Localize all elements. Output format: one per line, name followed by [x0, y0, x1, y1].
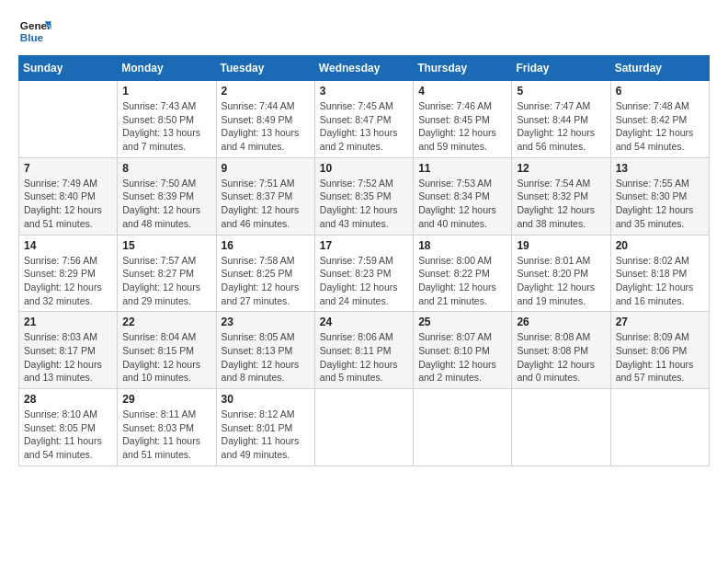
svg-text:Blue: Blue: [20, 31, 44, 43]
day-number: 28: [24, 393, 112, 406]
day-info: Sunrise: 7:47 AM Sunset: 8:44 PM Dayligh…: [517, 99, 605, 154]
day-number: 3: [320, 85, 408, 98]
page-header: General Blue: [18, 15, 710, 48]
day-number: 19: [517, 239, 605, 252]
day-info: Sunrise: 7:57 AM Sunset: 8:27 PM Dayligh…: [122, 254, 210, 308]
calendar-cell: 9Sunrise: 7:51 AM Sunset: 8:37 PM Daylig…: [216, 157, 314, 235]
weekday-header-thursday: Thursday: [414, 56, 512, 81]
calendar-cell: [314, 389, 413, 466]
day-info: Sunrise: 8:08 AM Sunset: 8:08 PM Dayligh…: [517, 330, 605, 385]
day-number: 11: [418, 162, 506, 175]
day-info: Sunrise: 8:06 AM Sunset: 8:11 PM Dayligh…: [320, 330, 408, 385]
day-info: Sunrise: 7:58 AM Sunset: 8:25 PM Dayligh…: [222, 254, 310, 308]
day-number: 21: [24, 316, 112, 328]
weekday-header-friday: Friday: [512, 56, 610, 81]
day-number: 7: [24, 162, 112, 175]
day-number: 30: [222, 393, 310, 406]
calendar-cell: 30Sunrise: 8:12 AM Sunset: 8:01 PM Dayli…: [216, 389, 314, 466]
calendar-cell: 5Sunrise: 7:47 AM Sunset: 8:44 PM Daylig…: [512, 81, 610, 158]
calendar-cell: [512, 389, 610, 466]
day-info: Sunrise: 7:46 AM Sunset: 8:45 PM Dayligh…: [418, 99, 506, 154]
calendar-cell: 17Sunrise: 7:59 AM Sunset: 8:23 PM Dayli…: [314, 235, 413, 312]
day-info: Sunrise: 7:44 AM Sunset: 8:49 PM Dayligh…: [222, 99, 310, 154]
day-info: Sunrise: 7:54 AM Sunset: 8:32 PM Dayligh…: [517, 177, 605, 231]
calendar-header-row: SundayMondayTuesdayWednesdayThursdayFrid…: [19, 56, 710, 81]
weekday-header-tuesday: Tuesday: [216, 56, 314, 81]
day-number: 2: [222, 85, 310, 98]
calendar-cell: 20Sunrise: 8:02 AM Sunset: 8:18 PM Dayli…: [610, 235, 709, 312]
day-number: 12: [517, 162, 605, 175]
calendar-cell: [414, 389, 512, 466]
calendar-cell: 19Sunrise: 8:01 AM Sunset: 8:20 PM Dayli…: [512, 235, 610, 312]
calendar-cell: [610, 389, 709, 466]
calendar-cell: 28Sunrise: 8:10 AM Sunset: 8:05 PM Dayli…: [19, 389, 118, 466]
day-number: 6: [616, 85, 704, 98]
day-number: 18: [418, 239, 506, 252]
calendar-cell: 27Sunrise: 8:09 AM Sunset: 8:06 PM Dayli…: [610, 312, 709, 389]
calendar-cell: 23Sunrise: 8:05 AM Sunset: 8:13 PM Dayli…: [216, 312, 314, 389]
calendar-cell: 11Sunrise: 7:53 AM Sunset: 8:34 PM Dayli…: [414, 157, 512, 235]
calendar-cell: 25Sunrise: 8:07 AM Sunset: 8:10 PM Dayli…: [414, 312, 512, 389]
calendar-week-row: 7Sunrise: 7:49 AM Sunset: 8:40 PM Daylig…: [19, 157, 710, 235]
day-info: Sunrise: 7:59 AM Sunset: 8:23 PM Dayligh…: [320, 254, 408, 308]
day-number: 27: [616, 316, 704, 328]
day-number: 29: [122, 393, 210, 406]
calendar-week-row: 21Sunrise: 8:03 AM Sunset: 8:17 PM Dayli…: [19, 312, 710, 389]
logo: General Blue: [18, 15, 51, 48]
day-info: Sunrise: 7:53 AM Sunset: 8:34 PM Dayligh…: [418, 177, 506, 231]
svg-text:General: General: [20, 19, 51, 31]
day-number: 23: [222, 316, 310, 328]
day-info: Sunrise: 7:45 AM Sunset: 8:47 PM Dayligh…: [320, 99, 408, 154]
calendar-cell: 14Sunrise: 7:56 AM Sunset: 8:29 PM Dayli…: [19, 235, 118, 312]
day-info: Sunrise: 7:49 AM Sunset: 8:40 PM Dayligh…: [24, 177, 112, 231]
day-number: 10: [320, 162, 408, 175]
calendar-cell: 1Sunrise: 7:43 AM Sunset: 8:50 PM Daylig…: [118, 81, 216, 158]
day-number: 13: [616, 162, 704, 175]
calendar-cell: 10Sunrise: 7:52 AM Sunset: 8:35 PM Dayli…: [314, 157, 413, 235]
calendar-cell: 18Sunrise: 8:00 AM Sunset: 8:22 PM Dayli…: [414, 235, 512, 312]
day-number: 20: [616, 239, 704, 252]
calendar-week-row: 14Sunrise: 7:56 AM Sunset: 8:29 PM Dayli…: [19, 235, 710, 312]
day-number: 25: [418, 316, 506, 328]
logo-icon: General Blue: [18, 15, 51, 48]
day-number: 17: [320, 239, 408, 252]
day-info: Sunrise: 8:11 AM Sunset: 8:03 PM Dayligh…: [122, 408, 210, 462]
weekday-header-saturday: Saturday: [610, 56, 709, 81]
day-info: Sunrise: 7:51 AM Sunset: 8:37 PM Dayligh…: [222, 177, 310, 231]
day-info: Sunrise: 7:55 AM Sunset: 8:30 PM Dayligh…: [616, 177, 704, 231]
calendar-cell: 7Sunrise: 7:49 AM Sunset: 8:40 PM Daylig…: [19, 157, 118, 235]
day-info: Sunrise: 8:05 AM Sunset: 8:13 PM Dayligh…: [222, 330, 310, 385]
day-info: Sunrise: 8:00 AM Sunset: 8:22 PM Dayligh…: [418, 254, 506, 308]
calendar-cell: 16Sunrise: 7:58 AM Sunset: 8:25 PM Dayli…: [216, 235, 314, 312]
calendar-cell: 24Sunrise: 8:06 AM Sunset: 8:11 PM Dayli…: [314, 312, 413, 389]
day-number: 16: [222, 239, 310, 252]
day-info: Sunrise: 7:50 AM Sunset: 8:39 PM Dayligh…: [122, 177, 210, 231]
calendar-table: SundayMondayTuesdayWednesdayThursdayFrid…: [18, 55, 710, 466]
day-info: Sunrise: 7:48 AM Sunset: 8:42 PM Dayligh…: [616, 99, 704, 154]
day-info: Sunrise: 8:04 AM Sunset: 8:15 PM Dayligh…: [122, 330, 210, 385]
calendar-cell: 8Sunrise: 7:50 AM Sunset: 8:39 PM Daylig…: [118, 157, 216, 235]
day-number: 4: [418, 85, 506, 98]
calendar-cell: 26Sunrise: 8:08 AM Sunset: 8:08 PM Dayli…: [512, 312, 610, 389]
weekday-header-wednesday: Wednesday: [314, 56, 413, 81]
day-number: 24: [320, 316, 408, 328]
weekday-header-sunday: Sunday: [19, 56, 118, 81]
calendar-cell: 6Sunrise: 7:48 AM Sunset: 8:42 PM Daylig…: [610, 81, 709, 158]
weekday-header-monday: Monday: [118, 56, 216, 81]
day-info: Sunrise: 8:09 AM Sunset: 8:06 PM Dayligh…: [616, 330, 704, 385]
calendar-cell: 15Sunrise: 7:57 AM Sunset: 8:27 PM Dayli…: [118, 235, 216, 312]
day-info: Sunrise: 8:02 AM Sunset: 8:18 PM Dayligh…: [616, 254, 704, 308]
day-number: 15: [122, 239, 210, 252]
day-info: Sunrise: 8:03 AM Sunset: 8:17 PM Dayligh…: [24, 330, 112, 385]
day-info: Sunrise: 8:12 AM Sunset: 8:01 PM Dayligh…: [222, 408, 310, 462]
day-number: 1: [122, 85, 210, 98]
day-number: 5: [517, 85, 605, 98]
day-number: 9: [222, 162, 310, 175]
day-number: 26: [517, 316, 605, 328]
calendar-cell: 29Sunrise: 8:11 AM Sunset: 8:03 PM Dayli…: [118, 389, 216, 466]
calendar-week-row: 1Sunrise: 7:43 AM Sunset: 8:50 PM Daylig…: [19, 81, 710, 158]
calendar-cell: 12Sunrise: 7:54 AM Sunset: 8:32 PM Dayli…: [512, 157, 610, 235]
calendar-cell: [19, 81, 118, 158]
day-number: 8: [122, 162, 210, 175]
calendar-cell: 3Sunrise: 7:45 AM Sunset: 8:47 PM Daylig…: [314, 81, 413, 158]
